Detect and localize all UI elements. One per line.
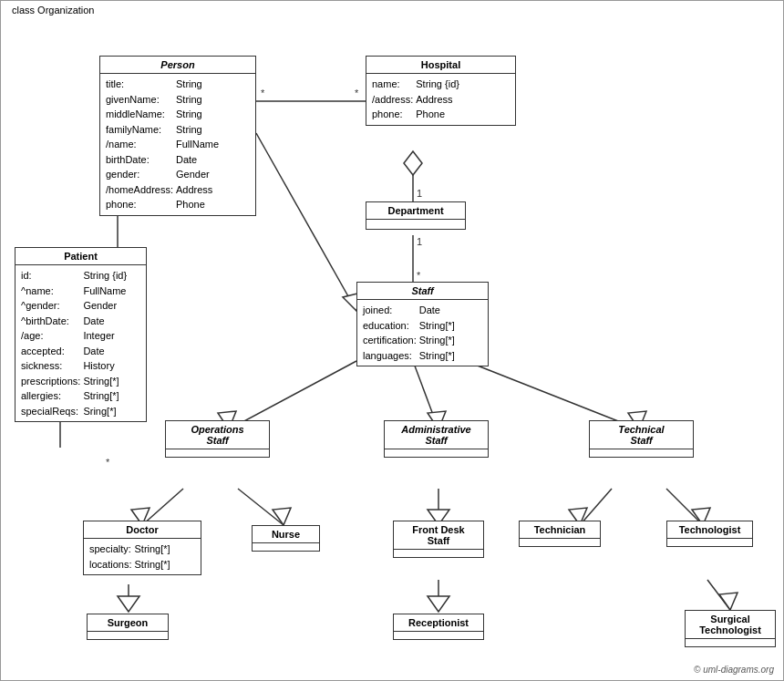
doctor-title: Doctor bbox=[84, 521, 201, 539]
staff-class: Staff joined:Date education:String[*] ce… bbox=[356, 282, 489, 366]
technician-title: Technician bbox=[520, 521, 600, 539]
svg-line-22 bbox=[238, 489, 284, 525]
svg-line-12 bbox=[256, 133, 356, 311]
department-class: Department bbox=[366, 201, 466, 230]
hospital-body: name:String {id} /address:Address phone:… bbox=[366, 74, 515, 125]
svg-text:*: * bbox=[261, 88, 265, 98]
svg-text:*: * bbox=[355, 88, 359, 98]
administrative-staff-class: AdministrativeStaff bbox=[384, 420, 489, 458]
svg-line-14 bbox=[229, 361, 356, 429]
svg-marker-23 bbox=[273, 508, 291, 525]
person-body: title:String givenName:String middleName… bbox=[100, 74, 255, 215]
technical-staff-body bbox=[590, 449, 693, 457]
doctor-body: specialty:String[*] locations:String[*] bbox=[84, 539, 201, 574]
doctor-class: Doctor specialty:String[*] locations:Str… bbox=[83, 521, 201, 575]
svg-text:1: 1 bbox=[417, 236, 422, 247]
administrative-staff-body bbox=[385, 449, 488, 457]
technologist-class: Technologist bbox=[666, 521, 753, 547]
svg-text:*: * bbox=[106, 457, 110, 468]
diagram-container: class Organization * * 1 * 1 * bbox=[0, 0, 784, 681]
nurse-title: Nurse bbox=[253, 526, 319, 543]
svg-line-20 bbox=[142, 489, 183, 525]
patient-class: Patient id:String {id} ^name:FullName ^g… bbox=[15, 247, 147, 422]
department-title: Department bbox=[366, 202, 465, 220]
svg-marker-33 bbox=[428, 596, 449, 612]
department-body bbox=[366, 220, 465, 229]
technician-body bbox=[520, 539, 600, 546]
svg-text:1: 1 bbox=[417, 188, 422, 199]
receptionist-body bbox=[394, 632, 483, 639]
front-desk-staff-class: Front DeskStaff bbox=[393, 521, 484, 558]
person-class: Person title:String givenName:String mid… bbox=[99, 56, 256, 216]
front-desk-staff-body bbox=[394, 550, 483, 557]
operations-staff-body bbox=[166, 449, 269, 457]
technical-staff-class: TechnicalStaff bbox=[589, 420, 694, 458]
svg-text:*: * bbox=[417, 270, 421, 281]
technician-class: Technician bbox=[519, 521, 601, 547]
svg-marker-4 bbox=[404, 151, 422, 175]
technologist-title: Technologist bbox=[667, 521, 752, 539]
front-desk-staff-title: Front DeskStaff bbox=[394, 521, 483, 550]
surgeon-class: Surgeon bbox=[87, 614, 169, 640]
hospital-class: Hospital name:String {id} /address:Addre… bbox=[366, 56, 516, 126]
patient-body: id:String {id} ^name:FullName ^gender:Ge… bbox=[15, 265, 146, 421]
receptionist-class: Receptionist bbox=[393, 614, 484, 640]
technologist-body bbox=[667, 539, 752, 546]
svg-marker-35 bbox=[719, 593, 738, 610]
surgical-technologist-body bbox=[686, 639, 775, 646]
nurse-body bbox=[253, 543, 319, 551]
technical-staff-title: TechnicalStaff bbox=[590, 421, 693, 449]
surgical-technologist-title: SurgicalTechnologist bbox=[686, 611, 775, 639]
operations-staff-class: OperationsStaff bbox=[165, 420, 270, 458]
copyright-text: © uml-diagrams.org bbox=[694, 665, 774, 675]
surgical-technologist-class: SurgicalTechnologist bbox=[685, 610, 776, 647]
surgeon-title: Surgeon bbox=[88, 614, 168, 632]
nurse-class: Nurse bbox=[252, 525, 320, 552]
person-title: Person bbox=[100, 57, 255, 74]
administrative-staff-title: AdministrativeStaff bbox=[385, 421, 488, 449]
surgeon-body bbox=[88, 632, 168, 639]
staff-title: Staff bbox=[357, 283, 488, 300]
staff-body: joined:Date education:String[*] certific… bbox=[357, 300, 488, 366]
svg-line-18 bbox=[466, 361, 639, 429]
hospital-title: Hospital bbox=[366, 57, 515, 74]
svg-marker-31 bbox=[118, 596, 139, 612]
receptionist-title: Receptionist bbox=[394, 614, 483, 632]
svg-line-28 bbox=[666, 489, 703, 525]
patient-title: Patient bbox=[15, 248, 146, 265]
svg-line-26 bbox=[580, 489, 612, 525]
operations-staff-title: OperationsStaff bbox=[166, 421, 269, 449]
